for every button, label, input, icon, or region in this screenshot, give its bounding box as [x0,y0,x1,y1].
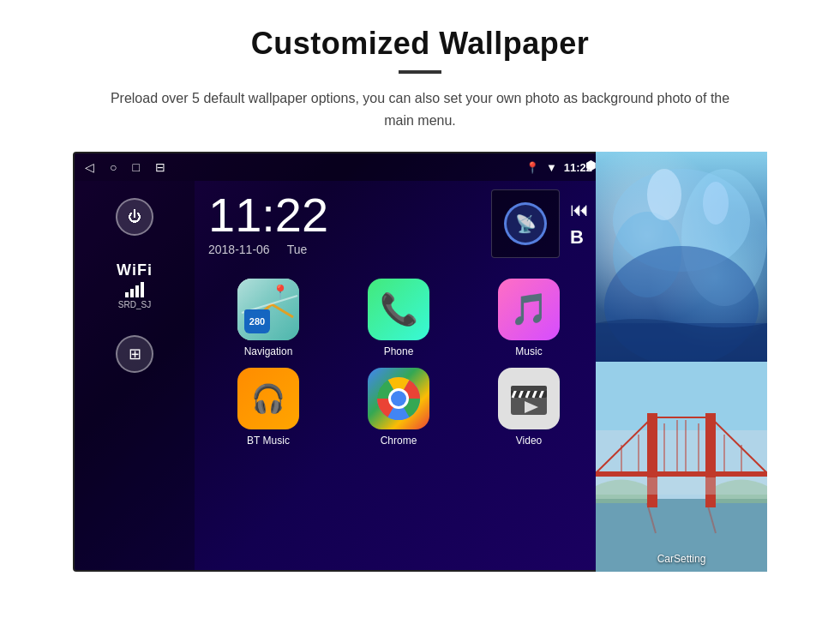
app-item-chrome[interactable]: Chrome [339,368,459,447]
wallpaper-thumb-bridge[interactable]: CarSetting [596,362,767,572]
home-icon[interactable]: ○ [110,160,117,174]
svg-point-5 [391,391,406,406]
wallpaper-thumbnails: CarSetting [596,152,767,572]
media-controls: ⏮ B [570,199,589,249]
svg-rect-38 [596,471,767,477]
location-icon: 📍 [525,161,539,174]
clock-area: 11:22 2018-11-06 Tue 📡 [208,189,589,258]
wifi-bar-3 [135,285,139,297]
android-screen: ◁ ○ □ ⊟ 📍 ▼ 11:22 ⏻ [73,152,604,572]
chrome-logo-svg [377,377,420,420]
app-item-bt-music[interactable]: 🎧 ⬢ BT Music [208,368,328,447]
power-button[interactable]: ⏻ [116,198,153,236]
prev-track-icon[interactable]: ⏮ [570,199,589,221]
main-area: ⏻ WiFi SRD_SJ ⊞ [75,181,603,572]
title-divider [399,70,441,74]
clock-date-value: 2018-11-06 [208,243,270,256]
svg-rect-41 [596,477,767,495]
phone-symbol: 📞 [380,291,418,327]
app-item-phone[interactable]: 📞 Phone [339,279,459,357]
back-icon[interactable]: ◁ [85,160,94,174]
clock-date: 2018-11-06 Tue [208,243,328,256]
bluetooth-headphones-symbol: 🎧 [251,382,285,415]
status-bar: ◁ ○ □ ⊟ 📍 ▼ 11:22 [75,153,603,181]
screenshot-icon[interactable]: ⊟ [155,160,165,174]
left-sidebar: ⏻ WiFi SRD_SJ ⊞ [75,181,195,572]
clock-time: 11:22 [208,191,328,239]
svg-point-20 [647,169,681,220]
wifi-widget[interactable]: WiFi SRD_SJ [117,261,153,309]
ice-svg [596,152,767,362]
bt-music-icon: 🎧 ⬢ [237,368,299,429]
music-symbol: 🎵 [510,291,549,327]
wifi-bars [125,282,144,297]
bridge-svg [596,362,767,572]
navigation-icon: 280 📍 [237,279,299,340]
status-bar-right: 📍 ▼ 11:22 [525,161,592,174]
nav-shield-badge: 280 [244,309,270,333]
bluetooth-symbol: ⬢ [585,159,596,172]
video-label: Video [516,435,542,447]
app-item-video[interactable]: Video [469,368,589,447]
svg-line-1 [272,304,293,317]
center-content: 11:22 2018-11-06 Tue 📡 [195,181,603,572]
signal-icon: ▼ [546,161,557,174]
clock-day-value: Tue [287,243,308,256]
phone-label: Phone [384,345,414,357]
svg-rect-23 [596,362,767,430]
power-icon: ⏻ [128,209,141,225]
video-clapperboard-svg [507,377,550,420]
android-screen-wrapper: ◁ ○ □ ⊟ 📍 ▼ 11:22 ⏻ [73,152,767,572]
media-icon-box[interactable]: 📡 [491,189,560,258]
svg-point-21 [703,182,729,225]
bridge-detail [596,362,767,572]
nav-pin-icon: 📍 [272,284,289,300]
phone-icon: 📞 [368,279,429,340]
chrome-icon [368,368,429,429]
track-b-label: B [570,226,589,249]
chrome-label: Chrome [381,435,417,447]
status-bar-left: ◁ ○ □ ⊟ [85,160,165,174]
navigation-label: Navigation [244,345,293,357]
app-item-music[interactable]: 🎵 Music [469,279,589,357]
wallpaper-thumb-ice[interactable] [596,152,767,362]
recents-icon[interactable]: □ [132,160,139,174]
svg-rect-13 [511,386,547,391]
wifi-bar-1 [125,292,129,297]
wifi-bar-2 [130,289,134,297]
app-item-navigation[interactable]: 280 📍 Navigation [208,279,328,357]
music-icon: 🎵 [498,279,560,340]
video-icon [498,368,560,429]
page-description: Preload over 5 default wallpaper options… [94,87,746,131]
music-label: Music [515,345,542,357]
grid-icon: ⊞ [129,345,141,363]
app-grid: 280 📍 Navigation 📞 Phone [208,279,589,447]
bluetooth-signal-icon: 📡 [515,213,537,234]
clock-block: 11:22 2018-11-06 Tue [208,191,328,256]
wifi-ssid: SRD_SJ [118,300,151,309]
bt-music-label: BT Music [247,435,290,447]
page-container: Customized Wallpaper Preload over 5 defa… [0,0,840,642]
media-icon-inner: 📡 [504,202,547,245]
wifi-bar-4 [141,282,144,297]
wifi-label: WiFi [117,261,153,279]
media-area: 📡 ⏮ B [491,189,589,258]
carsetting-label[interactable]: CarSetting [596,553,767,565]
apps-button[interactable]: ⊞ [116,335,153,373]
page-title: Customized Wallpaper [251,26,590,62]
